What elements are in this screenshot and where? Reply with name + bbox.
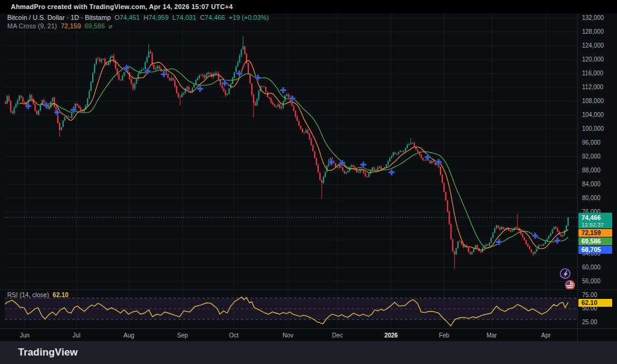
time-axis-label: Jul	[73, 332, 81, 339]
price-axis-tick: 92,000	[582, 154, 601, 160]
close-label: C	[200, 14, 205, 21]
time-axis-label: Apr	[541, 332, 551, 339]
close-value: 74,466	[205, 14, 225, 21]
low-value: 74,031	[176, 14, 196, 21]
tradingview-brand[interactable]: TradingView	[18, 347, 78, 358]
time-axis-label: Sep	[177, 332, 188, 339]
price-axis-tick: 60,000	[582, 265, 601, 271]
ma-cross-legend[interactable]: MA Cross (9, 21) 72,159 69,586 ⌀	[7, 22, 112, 30]
extra-price-label: 68,705	[578, 246, 612, 254]
rsi-value-label: 62.10	[578, 299, 612, 307]
time-axis-label: Oct	[229, 332, 239, 339]
symbol-title[interactable]: Bitcoin / U.S. Dollar · 1D · Bitstamp	[7, 14, 111, 21]
gridlines	[5, 13, 577, 328]
price-axis-tick: 128,000	[582, 29, 604, 35]
time-axis-label: Aug	[124, 332, 134, 339]
ma-slow-value: 69,586	[84, 22, 105, 30]
chart-canvas[interactable]	[0, 0, 617, 364]
time-axis[interactable]: JunJulAugSepOctNovDec2026FebMarApr	[0, 328, 617, 342]
time-axis-label: Feb	[439, 332, 449, 339]
pane-divider[interactable]	[0, 289, 617, 290]
last-price-label: 74,466 12:52:37	[578, 213, 612, 228]
change-value: +19 (+0.03%)	[229, 14, 269, 21]
rsi-legend[interactable]: RSI (14, close) 62.10	[7, 291, 69, 298]
high-label: H	[143, 14, 148, 21]
ma-fast-value: 72,159	[61, 22, 81, 30]
price-axis[interactable]: 132,000128,000124,000120,000116,000112,0…	[577, 13, 617, 328]
price-axis-tick: 88,000	[582, 168, 601, 174]
ma-cross-markers	[25, 65, 560, 245]
more-icon[interactable]: ⌀	[108, 23, 112, 30]
attribution-text: AhmadPro created with TradingView.com, A…	[11, 0, 233, 13]
high-value: 74,959	[148, 14, 169, 21]
tradingview-snapshot: AhmadPro created with TradingView.com, A…	[0, 0, 617, 364]
ma-cross-title[interactable]: MA Cross (9, 21)	[7, 22, 57, 30]
ma-fast-price-label: 72,159	[578, 229, 612, 237]
price-axis-tick: 124,000	[582, 43, 604, 49]
candlesticks-layer	[5, 36, 569, 269]
price-axis-tick: 112,000	[582, 84, 603, 90]
price-axis-tick: 104,000	[582, 112, 604, 118]
price-axis-tick: 108,000	[582, 98, 604, 104]
time-axis-label: Jun	[20, 332, 30, 339]
price-axis-tick: 80,000	[582, 195, 601, 201]
rsi-axis-tick: 25.00	[582, 319, 597, 325]
time-axis-label: Nov	[283, 332, 293, 339]
ma-cross-lines	[19, 60, 568, 250]
price-axis-tick: 84,000	[582, 181, 601, 187]
open-value: 74,451	[119, 14, 140, 21]
ma-slow-price-label: 69,586	[578, 237, 612, 245]
price-axis-tick: 132,000	[582, 15, 604, 21]
rsi-params: (14, close)	[19, 291, 49, 298]
price-axis-tick: 96,000	[582, 140, 601, 146]
time-axis-label: Dec	[332, 332, 343, 339]
time-axis-label: 2026	[384, 332, 398, 339]
price-axis-tick: 120,000	[582, 57, 604, 63]
bar-close-countdown: 12:52:37	[581, 221, 612, 228]
rsi-value: 62.10	[52, 291, 68, 298]
price-axis-tick: 116,000	[582, 71, 603, 77]
attribution-bar: AhmadPro created with TradingView.com, A…	[0, 0, 617, 13]
time-axis-label: Mar	[486, 332, 496, 339]
us-flag-event-icon[interactable]	[565, 280, 574, 289]
symbol-legend[interactable]: Bitcoin / U.S. Dollar · 1D · Bitstamp O7…	[7, 14, 269, 21]
rsi-title[interactable]: RSI	[7, 291, 18, 298]
price-axis-tick: 56,000	[582, 278, 601, 284]
price-axis-tick: 100,000	[582, 126, 604, 132]
axis-separator	[577, 13, 578, 341]
rsi-pane-layer	[4, 297, 577, 326]
rsi-axis-tick: 75.00	[582, 292, 597, 298]
alert-lightning-icon[interactable]	[560, 269, 570, 278]
footer-bar: TradingView	[0, 341, 617, 364]
